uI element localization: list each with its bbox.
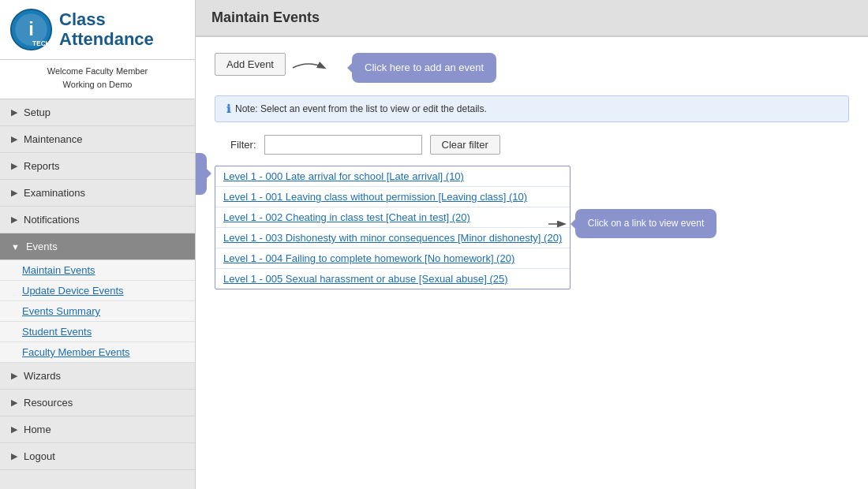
chevron-right-icon: ▶ xyxy=(11,371,17,381)
page-header: Maintain Events xyxy=(196,0,868,37)
chevron-right-icon: ▶ xyxy=(11,161,17,171)
link-tooltip-container: Click on a link to view event xyxy=(548,209,716,238)
app-logo-icon: i TECH xyxy=(9,8,53,51)
event-item-5[interactable]: Level 1 - 005 Sexual harassment or abuse… xyxy=(215,269,570,289)
sidebar-logo: i TECH Class Attendance xyxy=(0,0,195,60)
chevron-right-icon: ▶ xyxy=(11,451,17,461)
sidebar-item-notifications[interactable]: ▶ Notifications xyxy=(0,207,195,233)
add-event-arrow xyxy=(289,56,328,80)
sidebar-item-resources[interactable]: ▶ Resources xyxy=(0,390,195,416)
event-item-2[interactable]: Level 1 - 002 Cheating in class test [Ch… xyxy=(215,207,570,228)
event-item-3[interactable]: Level 1 - 003 Dishonesty with minor cons… xyxy=(215,228,570,248)
filter-tooltip: Type here to filter options xyxy=(196,153,207,196)
sidebar-item-logout[interactable]: ▶ Logout xyxy=(0,443,195,470)
welcome-line2: Working on Demo xyxy=(6,78,189,91)
page-title: Maintain Events xyxy=(211,9,852,26)
sidebar-item-label: Home xyxy=(24,424,51,435)
chevron-right-icon: ▶ xyxy=(11,215,17,225)
sidebar-item-label: Notifications xyxy=(24,214,80,226)
sidebar-item-home[interactable]: ▶ Home xyxy=(0,416,195,443)
welcome-line1: Welcome Faculty Member xyxy=(6,65,189,78)
chevron-right-icon: ▶ xyxy=(11,424,17,435)
add-event-section: Add Event Click here to add an event xyxy=(215,53,849,83)
note-text: Note: Select an event from the list to v… xyxy=(235,103,487,114)
app-title-line2: Attendance xyxy=(59,30,154,49)
chevron-down-icon: ▼ xyxy=(11,242,20,252)
sidebar-item-student-events[interactable]: Student Events xyxy=(0,322,195,342)
filter-input[interactable] xyxy=(264,135,422,155)
add-event-button[interactable]: Add Event xyxy=(215,53,286,76)
events-list: Level 1 - 000 Late arrival for school [L… xyxy=(215,166,571,289)
sidebar-item-reports[interactable]: ▶ Reports xyxy=(0,153,195,180)
sidebar-item-label: Wizards xyxy=(24,370,61,382)
sidebar-item-maintain-events[interactable]: Maintain Events xyxy=(0,260,195,281)
sidebar-item-faculty-member-events[interactable]: Faculty Member Events xyxy=(0,342,195,363)
chevron-right-icon: ▶ xyxy=(11,188,17,198)
add-event-tooltip: Click here to add an event xyxy=(352,53,496,83)
event-item-4[interactable]: Level 1 - 004 Failing to complete homewo… xyxy=(215,248,570,269)
sidebar-item-label: Setup xyxy=(24,106,51,118)
clear-filter-button[interactable]: Clear filter xyxy=(430,135,500,155)
main-content: Maintain Events Add Event Click here to … xyxy=(196,0,868,489)
sidebar-item-maintenance[interactable]: ▶ Maintenance xyxy=(0,126,195,153)
filter-section: Type here to filter options Filter: Clea… xyxy=(215,135,849,155)
sidebar-events-submenu: Maintain Events Update Device Events Eve… xyxy=(0,260,195,363)
sidebar-item-label: Events xyxy=(26,241,58,252)
sidebar-item-events-summary[interactable]: Events Summary xyxy=(0,301,195,322)
app-title: Class Attendance xyxy=(59,10,154,48)
events-list-container: Level 1 - 000 Late arrival for school [L… xyxy=(215,166,571,289)
note-bar: ℹ Note: Select an event from the list to… xyxy=(215,95,849,122)
event-item-0[interactable]: Level 1 - 000 Late arrival for school [L… xyxy=(215,166,570,187)
sidebar-item-examinations[interactable]: ▶ Examinations xyxy=(0,180,195,207)
sidebar-item-label: Logout xyxy=(24,450,55,462)
sidebar-item-setup[interactable]: ▶ Setup xyxy=(0,99,195,126)
link-tooltip: Click on a link to view event xyxy=(575,209,716,238)
sidebar-item-label: Reports xyxy=(24,160,60,172)
welcome-message: Welcome Faculty Member Working on Demo xyxy=(0,60,195,99)
filter-label: Filter: xyxy=(230,139,256,151)
app-title-line1: Class xyxy=(59,10,154,29)
chevron-right-icon: ▶ xyxy=(11,398,17,408)
sidebar-item-label: Examinations xyxy=(24,187,85,199)
chevron-right-icon: ▶ xyxy=(11,107,17,118)
info-icon: ℹ xyxy=(226,103,230,115)
sidebar-item-wizards[interactable]: ▶ Wizards xyxy=(0,363,195,390)
main-body: Add Event Click here to add an event ℹ N… xyxy=(196,37,868,305)
event-item-1[interactable]: Level 1 - 001 Leaving class without perm… xyxy=(215,187,570,207)
sidebar-item-update-device-events[interactable]: Update Device Events xyxy=(0,281,195,301)
sidebar-item-label: Resources xyxy=(24,397,73,409)
sidebar-item-label: Maintenance xyxy=(24,133,82,145)
svg-text:i: i xyxy=(28,18,34,39)
sidebar: i TECH Class Attendance Welcome Faculty … xyxy=(0,0,196,489)
svg-text:TECH: TECH xyxy=(32,40,51,47)
sidebar-item-events[interactable]: ▼ Events xyxy=(0,233,195,260)
chevron-right-icon: ▶ xyxy=(11,134,17,144)
